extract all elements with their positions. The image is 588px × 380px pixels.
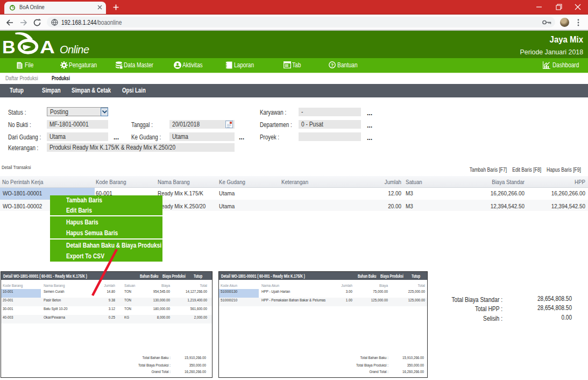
svg-text:A: A — [40, 37, 55, 57]
svg-text:B: B — [2, 37, 16, 57]
svg-text:Online: Online — [60, 44, 89, 55]
svg-text:?: ? — [331, 62, 334, 68]
